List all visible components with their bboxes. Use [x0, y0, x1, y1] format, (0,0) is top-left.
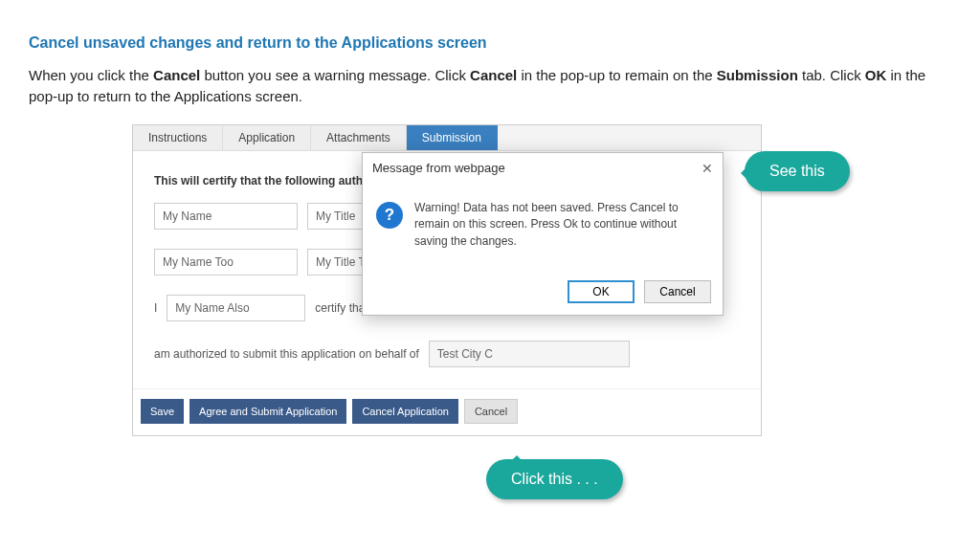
close-icon[interactable]: ✕ — [702, 162, 713, 175]
tab-submission[interactable]: Submission — [407, 125, 498, 150]
dialog-cancel-button[interactable]: Cancel — [644, 280, 711, 303]
save-button[interactable]: Save — [141, 399, 184, 424]
organization-input: Test City C — [429, 341, 630, 367]
intro-bold-cancel-1: Cancel — [153, 67, 200, 83]
cancel-application-button[interactable]: Cancel Application — [352, 399, 458, 424]
question-icon: ? — [376, 202, 403, 229]
cancel-button[interactable]: Cancel — [464, 399, 518, 424]
see-this-callout: See this — [745, 151, 850, 191]
dialog-ok-button[interactable]: OK — [568, 280, 635, 303]
intro-bold-ok: OK — [865, 67, 887, 83]
intro-text: in the pop-up to remain on the — [517, 67, 716, 83]
intro-bold-cancel-2: Cancel — [470, 67, 517, 83]
action-button-bar: Save Agree and Submit Application Cancel… — [133, 388, 761, 435]
name-3-input[interactable]: My Name Also — [167, 295, 305, 321]
authorized-line-text: am authorized to submit this application… — [154, 347, 419, 361]
intro-text: tab. Click — [798, 67, 865, 83]
intro-text: button you see a warning message. Click — [200, 67, 470, 83]
tab-application[interactable]: Application — [223, 125, 311, 150]
i-leading-text: I — [154, 301, 157, 315]
dialog-message: Warning! Data has not been saved. Press … — [414, 200, 709, 250]
name-1-input[interactable]: My Name — [154, 203, 298, 230]
intro-text: When you click the — [29, 67, 153, 83]
tab-attachments[interactable]: Attachments — [311, 125, 407, 150]
intro-paragraph: When you click the Cancel button you see… — [29, 65, 947, 107]
agree-submit-button[interactable]: Agree and Submit Application — [189, 399, 346, 424]
click-this-callout: Click this . . . — [486, 459, 623, 499]
dialog-title: Message from webpage — [372, 161, 505, 175]
warning-dialog: Message from webpage ✕ ? Warning! Data h… — [362, 152, 724, 316]
tab-bar: Instructions Application Attachments Sub… — [133, 125, 761, 151]
tab-instructions[interactable]: Instructions — [133, 125, 223, 150]
name-2-input[interactable]: My Name Too — [154, 249, 298, 276]
intro-bold-submission: Submission — [717, 67, 798, 83]
page-heading: Cancel unsaved changes and return to the… — [29, 34, 951, 52]
